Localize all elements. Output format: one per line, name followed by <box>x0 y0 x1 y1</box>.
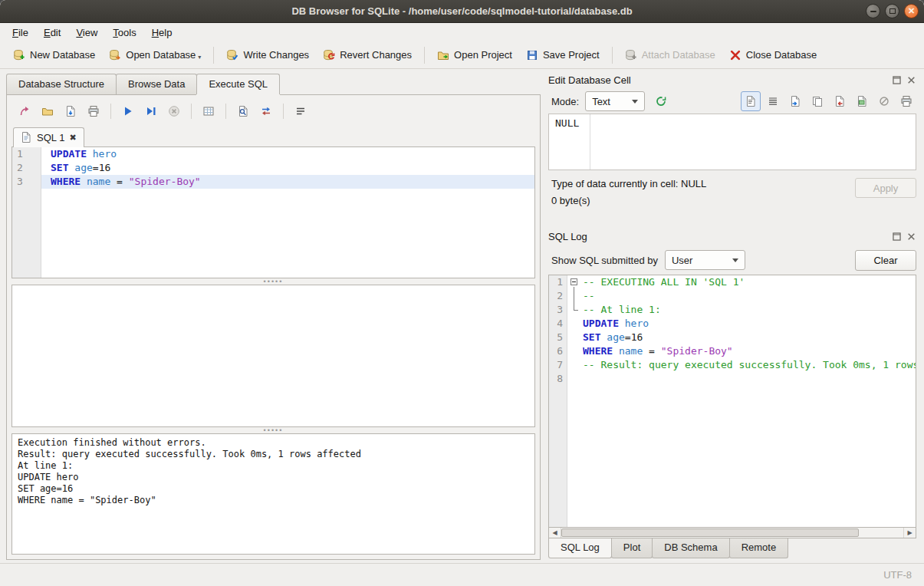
word-wrap-icon-button[interactable] <box>763 91 783 111</box>
app-window: DB Browser for SQLite - /home/user/code/… <box>0 0 924 586</box>
mode-select[interactable]: Text <box>585 91 645 111</box>
log-filter-label: Show SQL submitted by <box>551 255 658 266</box>
results-grid <box>12 285 535 427</box>
execute-sql-page: SQL 1 ✖ 1UPDATE hero2SET age=163WHERE na… <box>6 94 541 560</box>
format-sql-icon-button[interactable] <box>291 101 311 121</box>
tab-plot[interactable]: Plot <box>611 538 653 558</box>
tab-remote[interactable]: Remote <box>729 538 789 558</box>
apply-button: Apply <box>855 178 916 198</box>
find-icon-button[interactable] <box>233 101 253 121</box>
project-open-icon <box>437 49 449 61</box>
fold-marker-icon <box>567 358 583 372</box>
export-results-icon-button[interactable] <box>199 101 219 121</box>
sql-log-title: SQL Log <box>548 231 587 242</box>
toolbar-separator <box>191 104 192 119</box>
format-sql-icon <box>294 105 307 117</box>
open-file-icon-button[interactable] <box>785 91 805 111</box>
import-icon <box>834 95 846 107</box>
titlebar[interactable]: DB Browser for SQLite - /home/user/code/… <box>0 0 924 23</box>
toolbar-save-project-button[interactable]: Save Project <box>519 45 607 65</box>
menu-view[interactable]: View <box>68 25 105 41</box>
log-line: 3-- At line 1: <box>549 303 916 317</box>
print-icon <box>900 95 912 107</box>
sql-tab-label: SQL 1 <box>37 132 64 143</box>
sql-log-view[interactable]: 1-- EXECUTING ALL IN 'SQL 1'2--3-- At li… <box>548 275 916 527</box>
menubar: FileEditViewToolsHelp <box>0 23 924 41</box>
float-dock-icon[interactable] <box>892 232 902 242</box>
menu-tools[interactable]: Tools <box>105 25 143 41</box>
database-new-icon <box>13 49 25 61</box>
log-filter-row: Show SQL submitted by User Clear <box>548 245 916 275</box>
maximize-button[interactable] <box>885 4 899 18</box>
tab-db-schema[interactable]: DB Schema <box>652 538 729 558</box>
export-icon <box>856 95 868 107</box>
import-icon-button[interactable] <box>830 91 850 111</box>
find-replace-icon-button[interactable] <box>256 101 276 121</box>
splitter-handle[interactable]: ••••• <box>12 427 535 433</box>
database-attach-icon <box>625 49 637 61</box>
minimize-button[interactable] <box>866 4 880 18</box>
close-dock-icon[interactable] <box>906 75 916 85</box>
log-filter-value: User <box>672 255 692 266</box>
scrollbar-track[interactable] <box>561 528 903 538</box>
open-file-icon <box>789 95 801 107</box>
chevron-down-icon <box>732 258 738 262</box>
print-icon-button[interactable] <box>896 91 916 111</box>
execute-line-icon <box>145 105 157 117</box>
float-dock-icon[interactable] <box>892 75 902 85</box>
close-dock-icon[interactable] <box>906 232 916 242</box>
toolbar-open-database-button[interactable]: Open Database▾ <box>102 45 208 65</box>
execute-all-icon-button[interactable] <box>118 101 138 121</box>
line-number: 3 <box>549 303 567 317</box>
database-close-icon <box>729 49 742 61</box>
export-results-icon <box>202 105 215 117</box>
toolbar-new-database-button[interactable]: New Database <box>6 45 102 65</box>
scrollbar-thumb[interactable] <box>561 528 859 537</box>
toolbar-revert-changes-button[interactable]: Revert Changes <box>316 45 419 65</box>
sql-query-tab[interactable]: SQL 1 ✖ <box>13 127 84 147</box>
scroll-right-icon[interactable]: ▶ <box>903 528 916 538</box>
scroll-left-icon[interactable]: ◀ <box>549 528 561 538</box>
close-button[interactable]: ✕ <box>904 4 919 18</box>
apply-changes-button[interactable] <box>651 91 671 111</box>
edit-text-icon-button[interactable] <box>741 91 761 111</box>
fold-marker-icon <box>567 344 583 358</box>
edit-cell-title: Edit Database Cell <box>548 74 631 86</box>
copy-icon-button[interactable] <box>807 91 827 111</box>
clear-log-button[interactable]: Clear <box>855 250 916 271</box>
log-filter-select[interactable]: User <box>665 250 745 270</box>
dropdown-caret-icon[interactable]: ▾ <box>198 54 201 61</box>
toolbar-close-database-button[interactable]: Close Database <box>722 45 824 65</box>
execute-line-icon-button[interactable] <box>141 101 161 121</box>
menu-help[interactable]: Help <box>144 25 180 41</box>
set-null-icon-button[interactable] <box>874 91 894 111</box>
export-icon-button[interactable] <box>852 91 872 111</box>
sql-editor[interactable]: 1UPDATE hero2SET age=163WHERE name = "Sp… <box>12 146 535 278</box>
menu-file[interactable]: File <box>5 25 36 41</box>
new-query-tab-icon-button[interactable] <box>15 101 35 121</box>
tab-sql-log[interactable]: SQL Log <box>548 538 612 558</box>
close-tab-icon[interactable]: ✖ <box>69 133 76 142</box>
toolbar-open-project-button[interactable]: Open Project <box>430 45 519 65</box>
cell-editor[interactable]: NULL <box>548 114 916 170</box>
menu-edit[interactable]: Edit <box>36 25 68 41</box>
cell-editor-icons <box>741 91 916 111</box>
line-number: 5 <box>549 331 567 344</box>
statusbar: UTF-8 <box>0 563 924 586</box>
open-sql-file-icon-button[interactable] <box>38 101 58 121</box>
toolbar-separator <box>283 104 284 119</box>
tab-database-structure[interactable]: Database Structure <box>6 74 117 94</box>
toolbar-write-changes-button[interactable]: Write Changes <box>219 45 316 65</box>
toolbar-button-label: Open Project <box>454 49 512 61</box>
log-horizontal-scrollbar[interactable]: ◀ ▶ <box>548 527 916 538</box>
tab-execute-sql[interactable]: Execute SQL <box>196 74 280 94</box>
fold-marker-icon[interactable] <box>567 275 583 289</box>
messages-output: Execution finished without errors. Resul… <box>12 433 535 555</box>
save-sql-file-icon-button[interactable] <box>61 101 81 121</box>
print-icon-button[interactable] <box>84 101 104 121</box>
tab-browse-data[interactable]: Browse Data <box>116 74 197 94</box>
splitter-handle[interactable]: ••••• <box>12 278 535 285</box>
sql-file-icon <box>20 131 32 143</box>
cell-info: Type of data currently in cell: NULL 0 b… <box>548 170 916 219</box>
copy-icon <box>811 95 824 107</box>
